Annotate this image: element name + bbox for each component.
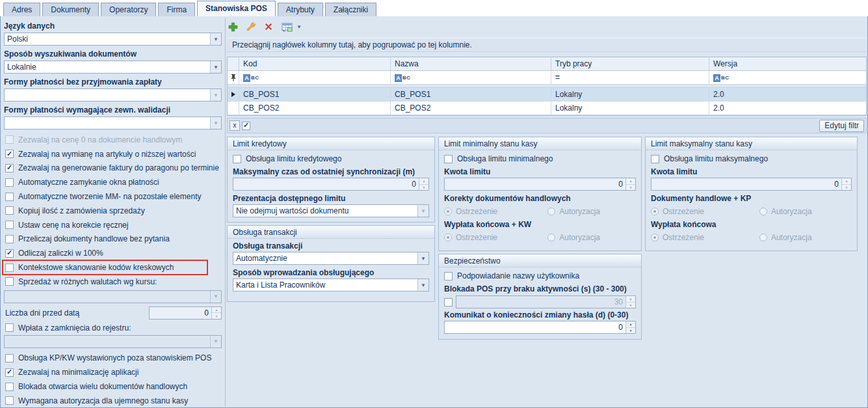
checkbox-icon[interactable]	[5, 368, 14, 377]
cell-wersja[interactable]: 2.0	[709, 88, 866, 102]
max-sync-input[interactable]: 0 ▲▼	[233, 178, 429, 191]
chevron-down-icon[interactable]: ▼	[417, 252, 428, 264]
filter-cell-kod[interactable]: ABC	[239, 71, 391, 85]
cell-wersja[interactable]: 2.0	[709, 102, 866, 115]
tab-stanowiska-pos[interactable]: Stanowiska POS	[197, 1, 276, 16]
column-header-kod[interactable]: Kod	[239, 57, 391, 71]
min-amount-input[interactable]: 0 ▲▼	[444, 178, 636, 191]
checkbox-icon[interactable]	[5, 193, 14, 201]
spinner-icon[interactable]: ▲▼	[841, 178, 851, 190]
doc-search-select[interactable]: Lokalnie ▼	[4, 61, 222, 74]
checkbox-icon[interactable]	[5, 150, 14, 158]
group-by-hint-bar: Przeciągnij nagłówek kolumny tutaj, aby …	[227, 38, 867, 52]
filter-cell-tryb-pracy[interactable]: =	[551, 71, 709, 85]
cell-kod[interactable]: CB_POS1	[239, 88, 391, 102]
checkbox-icon[interactable]	[5, 383, 14, 391]
checkbox-negative-cash-auth[interactable]: Wymagana autoryzacja dla ujemnego stanu …	[3, 394, 223, 408]
chevron-down-icon[interactable]: ▼	[210, 61, 221, 73]
spinner-icon[interactable]: ▲▼	[211, 307, 221, 319]
checkbox-auto-mm[interactable]: Automatyczne tworzenie MM- na pozostałe …	[3, 189, 223, 204]
checkbox-icon[interactable]	[5, 221, 14, 229]
spinner-icon[interactable]: ▲▼	[625, 178, 635, 190]
days-before-date-input[interactable]: 0 ▲▼	[149, 306, 222, 320]
password-change-input[interactable]: 0 ▲▼	[444, 321, 636, 334]
table-row[interactable]: CB_POS2 CB_POS2 Lokalny 2.0	[228, 102, 866, 115]
pos-lock-input: 30 ▲▼	[456, 295, 636, 308]
cell-kod[interactable]: CB_POS2	[239, 102, 391, 115]
checkbox-icon[interactable]	[444, 272, 453, 280]
column-header-nazwa[interactable]: Nazwa	[391, 57, 551, 71]
checkbox-auto-close-payment[interactable]: Automatyczne zamykanie okna płatności	[3, 175, 223, 189]
payment-ext-valid-select[interactable]: ▼	[4, 116, 222, 129]
checkbox-copy-quantity[interactable]: Kopiuj ilość z zamówienia sprzedaży	[3, 204, 223, 218]
checkbox-min-limit[interactable]: Obsługa limitu minimalnego	[444, 152, 636, 166]
radio-label: Autoryzacja	[771, 207, 812, 216]
checkbox-icon[interactable]	[5, 206, 14, 215]
column-header-tryb-pracy[interactable]: Tryb pracy	[551, 57, 709, 71]
tab-atrybuty[interactable]: Atrybuty	[278, 3, 323, 16]
checkbox-invoice-after-deadline[interactable]: Zezwalaj na generowanie faktury do parag…	[3, 161, 223, 176]
checkbox-exchange-lower-value[interactable]: Zezwalaj na wymianę na artykuły o niższe…	[3, 147, 223, 161]
chevron-down-icon[interactable]: ▼	[417, 279, 428, 291]
pos-lock-checkbox[interactable]	[444, 298, 453, 306]
payment-no-accept-select[interactable]: ▼	[4, 88, 222, 102]
filter-cell-wersja[interactable]: ABC	[709, 71, 866, 85]
checkbox-max-limit[interactable]: Obsługa limitu maksymalnego	[651, 152, 852, 166]
filter-cell-nazwa[interactable]: ABC	[391, 71, 551, 85]
checkbox-label: Automatyczne zamykanie okna płatności	[18, 178, 159, 187]
max-amount-input[interactable]: 0 ▲▼	[651, 178, 852, 191]
clear-filter-button[interactable]: x	[230, 120, 240, 131]
checkbox-icon[interactable]	[5, 277, 14, 286]
grid-layout-button[interactable]: ▼	[281, 22, 302, 32]
checkbox-block-multiple-docs[interactable]: Blokada otwarcia wielu dokumentów handlo…	[3, 379, 223, 394]
language-select[interactable]: Polski ▼	[4, 33, 222, 46]
delete-button[interactable]	[264, 22, 273, 31]
checkbox-icon[interactable]	[233, 155, 241, 163]
cell-tryb-pracy[interactable]: Lokalny	[551, 102, 709, 115]
cell-nazwa[interactable]: CB_POS2	[391, 102, 551, 115]
filter-enabled-checkbox[interactable]	[242, 122, 250, 130]
spinner-icon[interactable]: ▲▼	[625, 321, 635, 333]
tab-adres[interactable]: Adres	[3, 3, 40, 16]
checkbox-icon[interactable]	[5, 235, 14, 243]
chevron-down-icon[interactable]: ▼	[210, 33, 221, 45]
checkbox-credit-limit[interactable]: Obsługa limitu kredytowego	[233, 152, 429, 166]
checkbox-multi-currency-sale[interactable]: Sprzedaż w różnych walutach wg kursu:	[3, 275, 223, 289]
table-row[interactable]: CB_POS1 CB_POS1 Lokalny 2.0	[228, 88, 866, 102]
checkbox-recalc-without-asking[interactable]: Przeliczaj dokumenty handlowe bez pytani…	[3, 232, 223, 247]
checkbox-icon[interactable]	[5, 164, 14, 172]
chevron-down-icon[interactable]: ▼	[296, 24, 302, 30]
transaction-mode-select[interactable]: Automatycznie ▼	[233, 252, 429, 265]
checkbox-username-suggest[interactable]: Podpowiadanie nazwy użytkownika	[444, 269, 636, 283]
checkbox-kpkw-outside-pos[interactable]: Obsługa KP/KW wystawionych poza stanowis…	[3, 351, 223, 366]
chevron-down-icon[interactable]: ▼	[210, 89, 221, 101]
cell-tryb-pracy[interactable]: Lokalny	[551, 88, 709, 102]
checkbox-deposit-on-close[interactable]: Wpłata z zamknięcia do rejestru:	[3, 321, 223, 335]
checkbox-deduct-advances[interactable]: Odliczaj zaliczki w 100%	[3, 246, 223, 260]
column-header-wersja[interactable]: Wersja	[709, 57, 866, 71]
tab-zalaczniki[interactable]: Załączniki	[325, 3, 376, 16]
operator-input-select[interactable]: Karta i Lista Pracowników ▼	[233, 279, 429, 292]
checkbox-icon[interactable]	[444, 155, 453, 163]
edit-button[interactable]	[246, 21, 256, 32]
checkbox-icon[interactable]	[5, 323, 14, 332]
checkbox-icon[interactable]	[651, 155, 659, 163]
edit-filter-button[interactable]: Edytuj filtr	[819, 120, 864, 132]
checkbox-context-barcode-scanning[interactable]: Kontekstowe skanowanie kodów kreskowych	[3, 260, 207, 275]
tab-dokumenty[interactable]: Dokumenty	[42, 3, 99, 16]
tab-operatorzy[interactable]: Operatorzy	[101, 3, 156, 16]
chevron-down-icon[interactable]: ▼	[210, 117, 221, 129]
checkbox-icon[interactable]	[5, 354, 14, 362]
checkbox-manual-correction-price[interactable]: Ustaw cenę na korekcie ręcznej	[3, 218, 223, 232]
chevron-down-icon[interactable]: ▼	[417, 205, 428, 217]
cell-nazwa[interactable]: CB_POS1	[391, 88, 551, 102]
checkbox-allow-minimize[interactable]: Zezwalaj na minimalizację aplikacji	[3, 365, 223, 379]
limit-presentation-select[interactable]: Nie odejmuj wartości dokumentu ▼	[233, 204, 429, 217]
checkbox-icon[interactable]	[5, 396, 14, 405]
add-button[interactable]	[228, 22, 238, 32]
checkbox-icon[interactable]	[5, 264, 14, 272]
checkbox-icon[interactable]	[5, 178, 14, 187]
spinner-icon[interactable]: ▲▼	[419, 178, 428, 190]
checkbox-icon[interactable]	[5, 249, 14, 258]
tab-firma[interactable]: Firma	[158, 3, 195, 16]
